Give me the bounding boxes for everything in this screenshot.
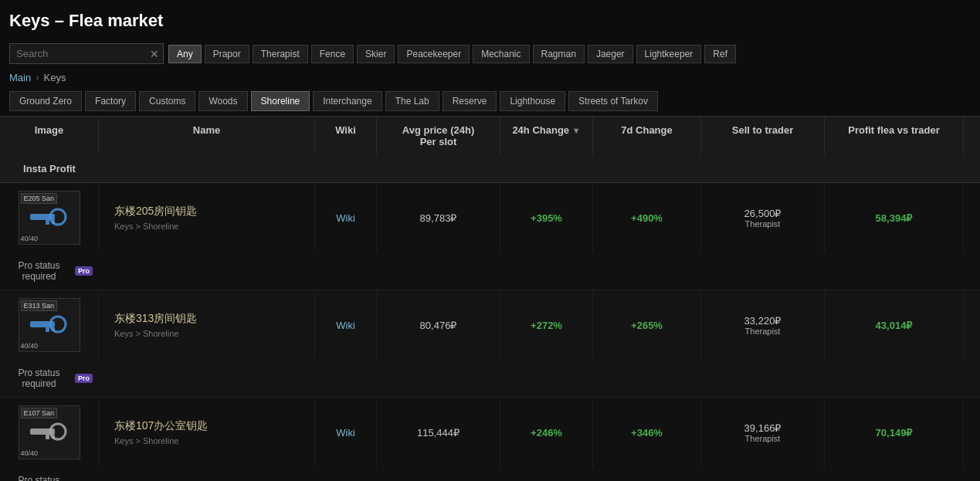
profit-cell: 70,149₽ <box>825 398 964 467</box>
th-7d-change: 7d Change <box>593 117 701 155</box>
item-image: E107 San 40/40 <box>19 405 80 459</box>
trader-btn-ref[interactable]: Ref <box>704 45 736 63</box>
map-tab-reserve[interactable]: Reserve <box>443 91 497 111</box>
item-key-icon <box>29 415 70 451</box>
map-tab-interchange[interactable]: Interchange <box>313 91 381 111</box>
map-tabs: Ground ZeroFactoryCustomsWoodsShorelineI… <box>0 86 980 116</box>
sort-arrow-24h: ▼ <box>572 126 581 135</box>
avg-price: 80,476₽ <box>420 320 457 331</box>
search-input[interactable] <box>9 43 164 64</box>
item-stack: 40/40 <box>21 342 39 350</box>
pro-required-text: Pro status required Pro <box>6 260 93 282</box>
change-7d-cell: +265% <box>593 290 701 360</box>
th-sell-trader: Sell to trader <box>701 117 825 155</box>
table-container: Image Name Wiki Avg price (24h)Per slot … <box>0 116 980 481</box>
breadcrumb-separator: › <box>36 72 39 83</box>
wiki-cell: Wiki <box>315 290 377 360</box>
pro-badge: Pro <box>75 374 93 383</box>
change-7d: +490% <box>631 212 663 224</box>
sell-trader-name: Therapist <box>745 434 781 443</box>
wiki-cell: Wiki <box>315 183 377 252</box>
svg-rect-11 <box>52 435 55 439</box>
trader-btn-jaeger[interactable]: Jaeger <box>588 45 633 63</box>
wiki-cell: Wiki <box>315 398 377 467</box>
search-wrapper: ✕ <box>9 43 164 64</box>
change-24h: +246% <box>531 427 562 439</box>
change-7d-cell: +490% <box>593 183 701 252</box>
search-clear-button[interactable]: ✕ <box>150 49 159 59</box>
th-avg-price: Avg price (24h)Per slot <box>377 117 500 155</box>
change-24h-cell: +272% <box>500 290 593 360</box>
insta-profit-cell: Pro status required Pro <box>0 360 99 397</box>
sell-trader-name: Therapist <box>745 219 781 229</box>
change-7d: +265% <box>631 320 663 331</box>
avg-price: 115,444₽ <box>417 427 459 439</box>
item-image: E205 San 40/40 <box>19 191 80 245</box>
svg-rect-10 <box>46 435 49 439</box>
svg-rect-6 <box>46 327 49 332</box>
trader-btn-any[interactable]: Any <box>168 45 202 63</box>
table-body: E205 San 40/40 东楼205房间钥匙 Keys > Shorelin… <box>0 183 980 481</box>
wiki-link[interactable]: Wiki <box>336 320 355 331</box>
item-name-cell: 东楼313房间钥匙 Keys > Shoreline <box>99 290 315 360</box>
item-name-cell: 东楼107办公室钥匙 Keys > Shoreline <box>99 398 315 467</box>
item-image-cell: E107 San 40/40 <box>0 398 99 467</box>
change-24h: +272% <box>531 320 562 331</box>
trader-btn-peacekeeper[interactable]: Peacekeeper <box>398 45 470 63</box>
map-tab-shoreline[interactable]: Shoreline <box>251 91 310 111</box>
trader-btn-lightkeeper[interactable]: Lightkeeper <box>636 45 702 63</box>
trader-btn-prapor[interactable]: Prapor <box>205 45 249 63</box>
item-category: Keys > Shoreline <box>114 436 178 445</box>
item-image-cell: E205 San 40/40 <box>0 183 99 252</box>
pro-required-text: Pro status required Pro <box>6 475 93 481</box>
item-name: 东楼205房间钥匙 <box>114 205 197 218</box>
map-tab-customs[interactable]: Customs <box>139 91 195 111</box>
map-tab-lighthouse[interactable]: Lighthouse <box>500 91 565 111</box>
trader-btn-ragman[interactable]: Ragman <box>533 45 585 63</box>
svg-rect-7 <box>52 327 55 331</box>
map-tab-ground-zero[interactable]: Ground Zero <box>9 91 82 111</box>
search-trader-bar: ✕ AnyPraporTherapistFenceSkierPeacekeepe… <box>0 39 980 69</box>
map-tab-the-lab[interactable]: The Lab <box>385 91 439 111</box>
trader-btn-mechanic[interactable]: Mechanic <box>473 45 529 63</box>
page-title: Keys – Flea market <box>0 0 980 39</box>
trader-buttons: AnyPraporTherapistFenceSkierPeacekeeperM… <box>168 45 736 63</box>
th-image: Image <box>0 117 99 155</box>
table-header: Image Name Wiki Avg price (24h)Per slot … <box>0 116 980 183</box>
avg-price: 89,783₽ <box>420 212 457 224</box>
table-row: E205 San 40/40 东楼205房间钥匙 Keys > Shorelin… <box>0 183 980 290</box>
item-stack: 40/40 <box>21 449 39 457</box>
sell-trader-cell: 33,220₽ Therapist <box>701 290 825 360</box>
trader-btn-therapist[interactable]: Therapist <box>253 45 308 63</box>
wiki-link[interactable]: Wiki <box>336 427 355 439</box>
change-24h-cell: +246% <box>500 398 593 467</box>
item-image-cell: E313 San 40/40 <box>0 290 99 360</box>
avg-price-cell: 80,476₽ <box>377 290 500 360</box>
map-tab-factory[interactable]: Factory <box>85 91 136 111</box>
insta-profit-cell: Pro status required Pro <box>0 252 99 290</box>
breadcrumb: Main › Keys <box>0 69 980 86</box>
item-image: E313 San 40/40 <box>19 298 80 352</box>
breadcrumb-main[interactable]: Main <box>9 72 31 83</box>
change-7d: +346% <box>631 427 663 439</box>
svg-rect-3 <box>52 220 55 224</box>
item-stack: 40/40 <box>21 235 39 242</box>
insta-profit-cell: Pro status required Pro <box>0 467 99 481</box>
sell-price: 33,220₽ <box>744 315 782 327</box>
th-name: Name <box>99 117 315 155</box>
item-badge: E313 San <box>21 300 58 311</box>
sell-trader-name: Therapist <box>745 327 781 336</box>
map-tab-woods[interactable]: Woods <box>198 91 247 111</box>
sell-price: 26,500₽ <box>744 208 782 219</box>
item-badge: E205 San <box>21 193 58 204</box>
map-tab-streets-of-tarkov[interactable]: Streets of Tarkov <box>568 91 658 111</box>
item-name: 东楼313房间钥匙 <box>114 312 197 326</box>
change-24h: +395% <box>531 212 562 224</box>
wiki-link[interactable]: Wiki <box>336 212 355 224</box>
trader-btn-skier[interactable]: Skier <box>357 45 395 63</box>
trader-btn-fence[interactable]: Fence <box>311 45 354 63</box>
sell-price: 39,166₽ <box>744 422 782 434</box>
th-24h-change[interactable]: 24h Change ▼ <box>500 117 593 155</box>
pro-required-text: Pro status required Pro <box>6 368 93 389</box>
item-key-icon <box>29 200 70 236</box>
